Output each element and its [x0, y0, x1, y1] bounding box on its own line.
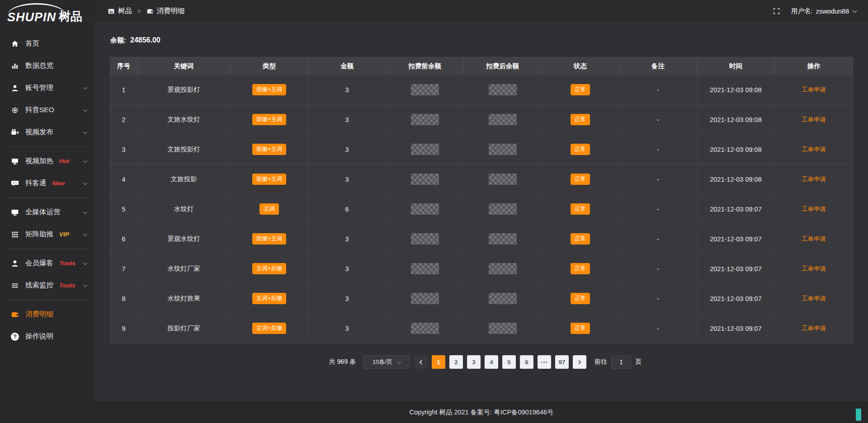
sidebar-item-video-heating[interactable]: 视频加热 Hot: [0, 150, 95, 172]
chevron-down-icon: [853, 9, 857, 13]
menu-divider: [6, 249, 89, 249]
cell-time: 2021-12-03 09:07: [697, 254, 775, 283]
more-pages-button[interactable]: •••: [538, 355, 551, 369]
sidebar-item-doukertong[interactable]: 抖客通 New: [0, 172, 95, 194]
cell-index: 4: [110, 164, 137, 194]
cell-index: 9: [110, 314, 137, 343]
cell-balance-after: [464, 194, 542, 224]
sidebar-item-matrix-boost[interactable]: 矩阵助推 VIP: [0, 223, 95, 245]
page-button[interactable]: 97: [555, 355, 569, 369]
ticket-request-link[interactable]: 工单申请: [802, 205, 826, 213]
sidebar-item-data-overview[interactable]: 数据总览: [0, 55, 95, 77]
screen-icon: [10, 157, 19, 166]
sidebar-item-douyin-seo[interactable]: 抖音SEO: [0, 99, 95, 121]
cell-amount: 3: [308, 314, 386, 343]
cell-status: 正常: [542, 314, 619, 343]
cell-time: 2021-12-03 09:08: [697, 135, 775, 164]
cell-balance-before: [386, 284, 464, 313]
cell-balance-after: [464, 105, 542, 134]
page-button[interactable]: 2: [449, 355, 463, 369]
cell-balance-before: [386, 224, 464, 254]
ticket-request-link[interactable]: 工单申请: [802, 265, 826, 273]
breadcrumb-label: 树品: [118, 6, 132, 16]
video-camera-icon: [10, 128, 19, 137]
next-page-button[interactable]: [573, 355, 586, 369]
redacted-value: [489, 293, 517, 304]
cell-status: 正常: [542, 135, 619, 164]
cell-action: 工单申请: [775, 254, 853, 283]
pagination: 共 969 条 10条/页 1 2 3 4 5 6 ••• 97 前往 页: [110, 355, 861, 369]
sidebar-item-instructions[interactable]: 操作说明: [0, 325, 95, 348]
sidebar-item-label: 视频加热: [25, 156, 53, 166]
cell-time: 2021-12-03 09:08: [697, 105, 775, 134]
goto-page-input[interactable]: [611, 356, 631, 369]
sidebar-item-label: 抖客通: [25, 179, 47, 188]
table-row: 7 水纹灯厂家 主词+后缀 3 正常 - 2021-12-03 09:07 工单…: [110, 254, 853, 283]
cell-balance-after: [464, 284, 542, 313]
table-row: 2 文旅水纹灯 前缀+主词 3 正常 - 2021-12-03 09:08 工单…: [110, 104, 853, 134]
floating-widget[interactable]: [856, 409, 861, 421]
breadcrumb-home[interactable]: 树品: [108, 6, 132, 16]
cell-amount: 3: [308, 75, 386, 104]
column-header: 时间: [697, 57, 775, 75]
gear-icon: [10, 106, 19, 115]
bar-chart-icon: [10, 61, 19, 70]
table-row: 1 景观投影灯 前缀+主词 3 正常 - 2021-12-03 09:08 工单…: [110, 75, 853, 104]
ticket-request-link[interactable]: 工单申请: [802, 295, 826, 303]
cell-keyword: 投影灯厂家: [137, 314, 231, 343]
ticket-request-link[interactable]: 工单申请: [802, 324, 826, 333]
page-size-select[interactable]: 10条/页: [363, 355, 410, 369]
cell-keyword: 景观投影灯: [137, 75, 231, 104]
sidebar-item-account-management[interactable]: 账号管理: [0, 77, 95, 99]
ticket-request-link[interactable]: 工单申请: [802, 175, 826, 183]
sidebar-item-consumption-detail[interactable]: 消费明细: [0, 303, 95, 325]
cell-amount: 3: [308, 254, 386, 283]
type-badge: 前缀+主词: [252, 114, 286, 125]
page-button[interactable]: 6: [520, 355, 533, 369]
sidebar-item-label: 矩阵助推: [25, 230, 53, 239]
cell-type: 前缀+主词: [231, 105, 308, 134]
sidebar-item-clue-monitor[interactable]: 线索监控 Tools: [0, 274, 95, 296]
page-button[interactable]: 3: [467, 355, 481, 369]
page-button[interactable]: 4: [485, 355, 498, 369]
page-button[interactable]: 1: [432, 355, 445, 369]
user-menu[interactable]: 用户名: zswodun88: [791, 7, 856, 15]
cell-index: 7: [110, 254, 137, 283]
page-button[interactable]: 5: [502, 355, 516, 369]
status-badge: 正常: [571, 114, 590, 125]
cell-balance-before: [386, 135, 464, 164]
table-row: 4 文旅投影 前缀+主词 3 正常 - 2021-12-03 09:08 工单申…: [110, 164, 853, 194]
column-header: 备注: [619, 57, 697, 75]
cell-action: 工单申请: [775, 284, 853, 313]
ticket-request-link[interactable]: 工单申请: [802, 86, 826, 94]
ticket-request-link[interactable]: 工单申请: [802, 235, 826, 243]
sidebar-item-home[interactable]: 首页: [0, 33, 95, 55]
status-badge: 正常: [571, 263, 590, 274]
cell-action: 工单申请: [775, 314, 853, 343]
cell-remark: -: [619, 284, 697, 313]
ticket-request-link[interactable]: 工单申请: [802, 116, 826, 124]
prev-page-button[interactable]: [414, 355, 428, 369]
cell-balance-before: [386, 75, 464, 104]
cell-balance-after: [464, 254, 542, 283]
column-header: 类型: [231, 57, 308, 75]
username-value: zswodun88: [816, 8, 849, 15]
cell-amount: 6: [308, 194, 386, 224]
sidebar-item-label: 消费明细: [25, 310, 53, 319]
type-badge: 前缀+主词: [252, 144, 286, 155]
cell-remark: -: [619, 135, 697, 164]
cell-balance-before: [386, 254, 464, 283]
cell-type: 前缀+主词: [231, 164, 308, 194]
status-badge: 正常: [571, 323, 590, 334]
ticket-request-link[interactable]: 工单申请: [802, 146, 826, 154]
cell-action: 工单申请: [775, 135, 853, 164]
cell-status: 正常: [542, 164, 619, 194]
breadcrumb-current[interactable]: 消费明细: [146, 6, 185, 16]
fullscreen-icon[interactable]: [773, 7, 780, 15]
sidebar-item-video-publish[interactable]: 视频发布: [0, 121, 95, 143]
cell-balance-before: [386, 194, 464, 224]
cell-remark: -: [619, 194, 697, 224]
sidebar-item-member-tools[interactable]: 会员爆客 Tools: [0, 252, 95, 274]
sidebar-item-media-operation[interactable]: 全媒体运营: [0, 201, 95, 223]
hot-tag: Hot: [59, 158, 70, 164]
